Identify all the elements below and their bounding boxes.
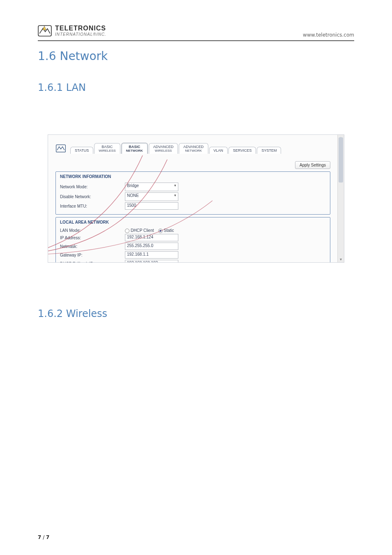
label-disable-network: Disable Network: [60,194,122,199]
label-ip-address: IP Address: [60,236,122,240]
netmask-input[interactable]: 255.255.255.0 [125,243,178,250]
network-information-fieldset: NETWORK INFORMATION Network Mode: Bridge… [55,171,330,215]
local-area-network-legend: LOCAL AREA NETWORK [58,220,111,224]
lan-mode-dhcp-client-radio[interactable]: DHCP Client [125,228,154,233]
tab-basic-network[interactable]: BASIC NETWORK [121,143,148,154]
network-information-legend: NETWORK INFORMATION [58,174,113,179]
tab-advanced-wireless[interactable]: ADVANCED WIRELESS [149,143,178,154]
label-gateway-ip: Gateway IP: [60,253,122,257]
network-mode-select[interactable]: Bridge [125,183,178,191]
brand-logo: TELETRONICS INTERNATIONAL®INC. [38,24,106,38]
router-ui-screenshot: ▴ ▾ STATUS BASIC WIRELESS [48,134,344,263]
label-network-mode: Network Mode: [60,185,122,189]
tab-bar: STATUS BASIC WIRELESS BASIC NETWORK ADVA… [55,137,330,154]
brand-line1: TELETRONICS [55,25,106,32]
tab-advanced-network[interactable]: ADVANCED NETWORK [179,143,208,154]
label-lan-mode: LAN Mode: [60,228,122,233]
page-footer: 7 / 7 [38,534,49,540]
tab-status[interactable]: STATUS [70,147,93,154]
tab-services[interactable]: SERVICES [228,147,256,154]
apply-settings-button[interactable]: Apply Settings [295,161,330,169]
local-area-network-fieldset: LOCAL AREA NETWORK LAN Mode: DHCP Client… [55,217,330,263]
page-header: TELETRONICS INTERNATIONAL®INC. www.telet… [38,24,354,41]
brand-line2: INTERNATIONAL®INC. [55,32,106,37]
scroll-thumb[interactable] [339,137,343,183]
scrollbar[interactable]: ▴ ▾ [337,135,344,262]
scroll-down-icon[interactable]: ▾ [338,257,344,262]
section-heading-network: 1.6 Network [38,49,354,63]
disable-network-select[interactable]: NONE [125,192,178,201]
page: TELETRONICS INTERNATIONAL®INC. www.telet… [0,0,392,555]
label-interface-mtu: Interface MTU: [60,204,122,208]
svg-rect-2 [56,145,66,152]
tab-vlan[interactable]: VLAN [209,147,228,154]
lan-mode-static-radio[interactable]: Static [158,228,174,233]
ip-address-input[interactable]: 192.168.1.124 [125,234,178,241]
tab-basic-wireless[interactable]: BASIC WIRELESS [94,143,120,154]
apply-row: Apply Settings [55,161,330,169]
dhcp-fallback-ip-input[interactable]: 192.168.168.192 [125,260,178,263]
gateway-ip-input[interactable]: 192.168.1.1 [125,251,178,259]
subsection-heading-lan: 1.6.1 LAN [38,82,354,93]
header-url: www.teletronics.com [303,32,354,38]
teletronics-logo-icon [38,24,52,38]
page-total: 7 [46,534,49,540]
label-dhcp-fallback-ip: DHCP Fallback IP: [60,261,122,263]
subsection-heading-wireless: 1.6.2 Wireless [38,308,354,319]
tab-system[interactable]: SYSTEM [257,147,281,154]
interface-mtu-input[interactable]: 1500 [125,202,178,210]
label-netmask: Netmask: [60,244,122,249]
tab-logo-icon [55,143,66,154]
brand-text: TELETRONICS INTERNATIONAL®INC. [55,25,106,37]
